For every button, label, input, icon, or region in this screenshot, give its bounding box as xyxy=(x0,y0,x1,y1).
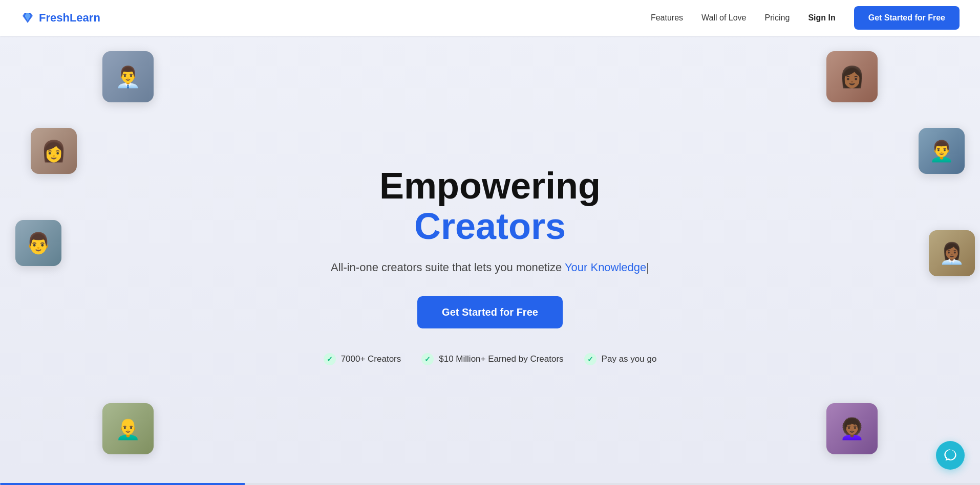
scrollbar[interactable] xyxy=(0,483,980,485)
avatar-top-left: 👨‍💼 xyxy=(102,51,154,102)
check-icon-creators: ✓ xyxy=(324,353,336,365)
hero-title-highlight: Creators xyxy=(414,206,566,247)
logo-icon xyxy=(20,11,35,25)
nav-get-started-button[interactable]: Get Started for Free xyxy=(854,6,960,30)
hero-get-started-button[interactable]: Get Started for Free xyxy=(417,296,563,328)
stat-payg-text: Pay as you go xyxy=(602,354,657,364)
avatar-bot-left: 👨 xyxy=(15,220,61,266)
check-icon-payg: ✓ xyxy=(584,353,596,365)
stat-earned-text: $10 Million+ Earned by Creators xyxy=(439,354,563,364)
avatar-mid-right: 👨‍🦱 xyxy=(919,128,965,174)
avatar-mid-left: 👩 xyxy=(31,128,77,174)
hero-subtitle-highlight: Your Knowledge xyxy=(565,261,646,274)
hero-stats: ✓ 7000+ Creators ✓ $10 Million+ Earned b… xyxy=(311,353,669,365)
hero-title: Empowering Creators xyxy=(311,166,669,247)
stat-creators: ✓ 7000+ Creators xyxy=(324,353,401,365)
logo[interactable]: FreshLearn xyxy=(20,11,100,25)
chat-bubble[interactable] xyxy=(936,441,965,470)
nav-sign-in[interactable]: Sign In xyxy=(808,13,835,23)
check-icon-earned: ✓ xyxy=(421,353,434,365)
avatar-btm-right: 👩🏾‍🦱 xyxy=(826,403,878,454)
nav-features[interactable]: Features xyxy=(651,13,683,23)
nav-pricing[interactable]: Pricing xyxy=(765,13,790,23)
stat-creators-text: 7000+ Creators xyxy=(341,354,401,364)
hero-content: Empowering Creators All-in-one creators … xyxy=(311,166,669,365)
avatar-bot-right: 👩🏾‍💼 xyxy=(929,230,975,276)
scrollbar-progress xyxy=(0,483,245,485)
cursor: | xyxy=(646,261,649,274)
nav-links: Features Wall of Love Pricing Sign In Ge… xyxy=(651,6,960,30)
stat-payg: ✓ Pay as you go xyxy=(584,353,657,365)
logo-text: FreshLearn xyxy=(39,11,100,25)
stat-earned: ✓ $10 Million+ Earned by Creators xyxy=(421,353,563,365)
nav-wall-of-love[interactable]: Wall of Love xyxy=(701,13,746,23)
hero-section: 👨‍💼 👩 👨 👨‍🦲 👩🏾 👨‍🦱 👩🏾‍💼 👩🏾‍🦱 Empowering … xyxy=(0,36,980,485)
hero-subtitle: All-in-one creators suite that lets you … xyxy=(311,259,669,276)
avatar-btm-left: 👨‍🦲 xyxy=(102,403,154,454)
avatar-top-right: 👩🏾 xyxy=(826,51,878,102)
navbar: FreshLearn Features Wall of Love Pricing… xyxy=(0,0,980,36)
chat-icon xyxy=(943,448,957,462)
